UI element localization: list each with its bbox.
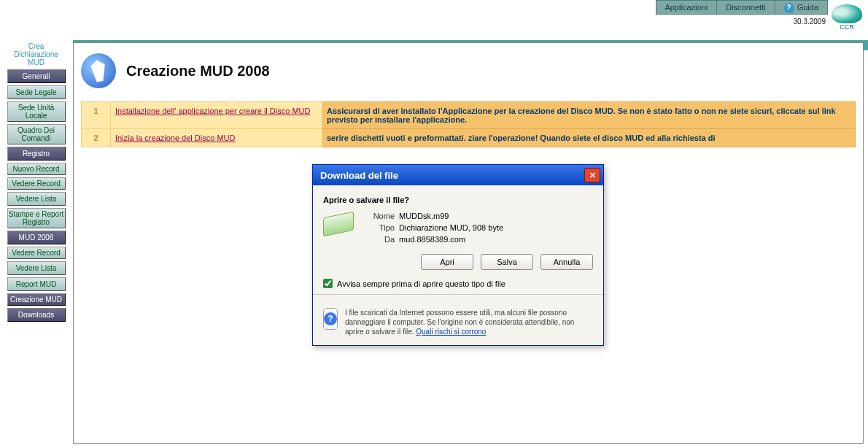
close-icon: ✕ — [589, 171, 596, 180]
sidebar-item-3[interactable]: Quadro Dei Comandi — [7, 124, 66, 144]
sidebar-item-9[interactable]: MUD 2008 — [7, 231, 66, 244]
ccr-text: CCR — [840, 23, 854, 31]
dialog-info: Nome MUDDsk.m99 Tipo Dichiarazione MUD, … — [323, 212, 593, 244]
sidebar-note: Crea Dichiarazione MUD — [14, 42, 58, 66]
always-ask-checkbox[interactable] — [323, 279, 333, 288]
topbar-links: Applicazioni Disconnetti ?Guida — [656, 0, 828, 15]
dialog-rows: Nome MUDDsk.m99 Tipo Dichiarazione MUD, … — [364, 212, 503, 244]
step-num-2: 2 — [82, 129, 111, 147]
save-button[interactable]: Salva — [481, 254, 533, 270]
sidebar-item-12[interactable]: Report MUD — [7, 277, 66, 291]
dialog-titlebar[interactable]: Download del file ✕ — [313, 165, 603, 185]
value-name: MUDDsk.m99 — [399, 212, 503, 220]
sidebar-note-1: Crea — [28, 42, 44, 50]
guide-label: Guida — [797, 3, 818, 12]
date-text: 30.3.2009 — [794, 18, 826, 26]
question-icon: ? — [324, 312, 337, 325]
sidebar: Crea Dichiarazione MUD GeneraliSede Lega… — [1, 42, 71, 322]
ccr-swirl-icon — [832, 4, 862, 23]
disconnect-button[interactable]: Disconnetti — [717, 0, 775, 15]
dialog-footer-text: I file scaricati da Internet possono ess… — [345, 308, 593, 336]
dialog-body: Aprire o salvare il file? Nome MUDDsk.m9… — [313, 185, 603, 308]
label-type: Tipo — [364, 223, 395, 232]
sidebar-item-13[interactable]: Creazione MUD — [7, 293, 66, 306]
step-link-1[interactable]: Installazione dell' applicazione per cre… — [115, 107, 310, 115]
step-link-2[interactable]: Inizia la creazione del Disco MUD — [115, 134, 235, 142]
topbar: Applicazioni Disconnetti ?Guida 30.3.200… — [0, 0, 868, 40]
risks-link[interactable]: Quali rischi si corrono — [416, 328, 486, 336]
always-ask-checkbox-row[interactable]: Avvisa sempre prima di aprire questo tip… — [323, 279, 593, 288]
ccr-logo: CCR — [830, 1, 864, 31]
memory-chip-icon — [323, 212, 354, 237]
dialog-question: Aprire o salvare il file? — [323, 196, 593, 204]
steps-table: 1Installazione dell' applicazione per cr… — [81, 101, 856, 147]
feather-badge-icon — [81, 53, 116, 88]
dialog-footer: ? I file scaricati da Internet possono e… — [313, 308, 603, 345]
step-row-1: 1Installazione dell' applicazione per cr… — [82, 102, 856, 129]
sidebar-item-6[interactable]: Vedere Record — [7, 177, 66, 190]
step-desc-2: serire dischetti vuoti e preformattati. … — [322, 129, 856, 147]
download-dialog: Download del file ✕ Aprire o salvare il … — [312, 164, 604, 346]
guide-button[interactable]: ?Guida — [775, 0, 828, 15]
sidebar-item-2[interactable]: Sede Unità Locale — [7, 101, 66, 122]
open-button[interactable]: Apri — [421, 254, 473, 270]
sidebar-item-4[interactable]: Registro — [7, 147, 66, 161]
label-from: Da — [364, 235, 395, 244]
label-name: Nome — [364, 212, 395, 220]
apps-button[interactable]: Applicazioni — [656, 0, 718, 15]
sidebar-item-0[interactable]: Generali — [7, 69, 66, 83]
sidebar-item-5[interactable]: Nuovo Record — [7, 163, 66, 175]
always-ask-label: Avvisa sempre prima di aprire questo tip… — [337, 279, 505, 288]
step-desc-1: Assicurarsi di aver installato l'Applica… — [322, 102, 856, 129]
value-from: mud.8858389.com — [399, 235, 503, 244]
shield-icon: ? — [323, 308, 338, 330]
sidebar-item-11[interactable]: Vedere Lista — [7, 261, 66, 275]
sidebar-item-14[interactable]: Downloads — [7, 308, 66, 322]
page-title: Creazione MUD 2008 — [126, 63, 270, 80]
sidebar-item-10[interactable]: Vedere Record — [7, 247, 66, 259]
page-head: Creazione MUD 2008 — [81, 53, 856, 88]
step-num-1: 1 — [82, 102, 111, 129]
sidebar-note-2: Dichiarazione — [14, 50, 58, 58]
dialog-actions: Apri Salva Annulla — [323, 254, 593, 270]
sidebar-item-7[interactable]: Vedere Lista — [7, 192, 66, 206]
close-button[interactable]: ✕ — [584, 168, 600, 182]
feather-icon — [89, 59, 108, 83]
value-type: Dichiarazione MUD, 908 byte — [399, 223, 503, 232]
dialog-title: Download del file — [320, 170, 584, 181]
dialog-separator — [313, 294, 603, 295]
sidebar-item-1[interactable]: Sede Legale — [7, 85, 66, 99]
sidebar-item-8[interactable]: Stampe e Report Registro — [7, 208, 66, 228]
step-link-cell-1: Installazione dell' applicazione per cre… — [111, 102, 322, 129]
help-icon: ? — [784, 3, 794, 13]
sidebar-note-3: MUD — [28, 58, 44, 66]
step-row-2: 2Inizia la creazione del Disco MUDserire… — [82, 129, 856, 147]
step-link-cell-2: Inizia la creazione del Disco MUD — [111, 129, 322, 147]
cancel-button[interactable]: Annulla — [540, 254, 593, 270]
